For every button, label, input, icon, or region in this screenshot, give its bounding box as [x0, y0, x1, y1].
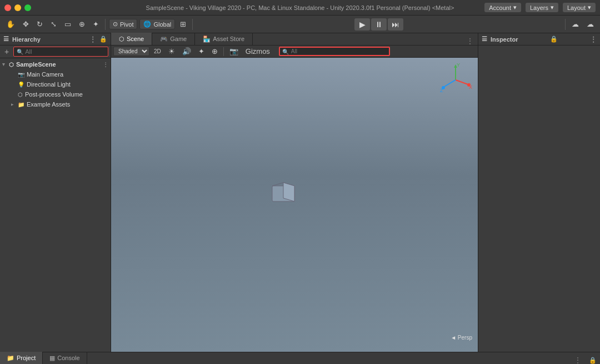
- scale-tool-button[interactable]: ⤡: [48, 18, 59, 30]
- close-button[interactable]: [4, 4, 11, 11]
- minimize-button[interactable]: [14, 4, 21, 11]
- custom-tool-button[interactable]: ✦: [90, 18, 102, 30]
- maximize-button[interactable]: [24, 4, 31, 11]
- play-button[interactable]: ▶: [354, 18, 370, 31]
- scene-item-dots[interactable]: ⋮: [103, 62, 108, 68]
- pivot-icon: ⊙: [113, 21, 118, 28]
- chevron-down-icon: ▾: [588, 4, 591, 11]
- hierarchy-item-directional-light[interactable]: ▸ 💡 Directional Light: [0, 79, 111, 89]
- hierarchy-item-main-camera[interactable]: ▸ 📷 Main Camera: [0, 69, 111, 79]
- scene-viewport[interactable]: Y X Z ◄ Persp: [111, 58, 478, 352]
- svg-text:Z: Z: [440, 88, 443, 93]
- traffic-lights[interactable]: [4, 4, 31, 11]
- bottom-tabs: 📁 Project ▦ Console ⋮ 🔒: [0, 352, 600, 364]
- hierarchy-item-post-process[interactable]: ▸ ⬡ Post-process Volume: [0, 89, 111, 99]
- hierarchy-panel: ☰ Hierarchy ⋮ 🔒 + 🔍 ▾ ⬡ SampleScene ⋮ ▸: [0, 33, 111, 352]
- transform-tool-button[interactable]: ⊕: [76, 18, 88, 30]
- console-tab-icon: ▦: [49, 355, 55, 362]
- tree-item-label: Post-process Volume: [25, 91, 83, 98]
- center-area: ⬡ Scene 🎮 Game 🏪 Asset Store ⋮ Shaded 2D…: [111, 33, 478, 352]
- light-toggle[interactable]: ☀: [166, 46, 178, 57]
- layers-button[interactable]: Layers ▾: [526, 3, 558, 12]
- svg-marker-4: [283, 183, 294, 201]
- services-button[interactable]: ☁: [584, 18, 597, 30]
- svg-line-11: [444, 80, 456, 87]
- tab-console[interactable]: ▦ Console: [43, 352, 87, 364]
- main-toolbar: ✋ ✥ ↻ ⤡ ▭ ⊕ ✦ ⊙ Pivot 🌐 Global ⊞ ▶ ⏸ ⏭ ☁…: [0, 16, 600, 33]
- separator-1: [105, 19, 106, 30]
- camera-button[interactable]: 📷: [227, 46, 241, 57]
- inspector-menu-icon: ☰: [482, 36, 487, 43]
- gizmos-button[interactable]: Gizmos: [243, 46, 273, 57]
- tree-item-label: Main Camera: [27, 71, 63, 78]
- scene-options[interactable]: ⊕: [209, 46, 221, 57]
- tab-project[interactable]: 📁 Project: [0, 352, 43, 364]
- tab-game[interactable]: 🎮 Game: [152, 33, 195, 45]
- game-tab-icon: 🎮: [160, 36, 168, 43]
- separator-3: [565, 19, 566, 30]
- shading-dropdown[interactable]: Shaded: [113, 47, 149, 56]
- rotate-tool-button[interactable]: ↻: [34, 18, 46, 30]
- step-button[interactable]: ⏭: [388, 18, 403, 31]
- inspector-title: Inspector: [491, 36, 518, 43]
- layout-label: Layout: [567, 4, 586, 11]
- pivot-dropdown[interactable]: ⊙ Pivot: [109, 19, 137, 29]
- collab-button[interactable]: ☁: [569, 18, 582, 30]
- game-tab-label: Game: [170, 36, 187, 42]
- inspector-panel: ☰ Inspector 🔒 ⋮: [478, 33, 600, 352]
- store-tab-icon: 🏪: [203, 36, 211, 43]
- inspector-header: ☰ Inspector 🔒 ⋮: [478, 33, 600, 46]
- title-bar: SampleScene - Viking Village 2020 - PC, …: [0, 0, 600, 16]
- viewport-gizmo[interactable]: Y X Z: [439, 63, 472, 97]
- hand-tool-button[interactable]: ✋: [3, 18, 18, 30]
- hierarchy-search-icon: 🔍: [17, 49, 23, 55]
- bottom-tabs-dots[interactable]: ⋮: [570, 356, 586, 364]
- main-area: ☰ Hierarchy ⋮ 🔒 + 🔍 ▾ ⬡ SampleScene ⋮ ▸: [0, 33, 600, 352]
- hierarchy-item-samplescene[interactable]: ▾ ⬡ SampleScene ⋮: [0, 59, 111, 69]
- light-icon: 💡: [18, 82, 24, 88]
- lock-icon[interactable]: 🔒: [99, 36, 107, 43]
- scene-search-icon: 🔍: [282, 48, 289, 54]
- scene-object-svg: [267, 181, 300, 204]
- audio-toggle[interactable]: 🔊: [179, 46, 194, 57]
- move-tool-button[interactable]: ✥: [20, 18, 32, 30]
- inspector-lock-icon[interactable]: 🔒: [550, 36, 558, 43]
- chevron-down-icon: ▾: [513, 4, 517, 11]
- inspector-dots[interactable]: ⋮: [590, 36, 597, 43]
- hierarchy-dots[interactable]: ⋮: [89, 36, 96, 43]
- hierarchy-add-button[interactable]: +: [2, 47, 11, 56]
- camera-icon: 📷: [18, 72, 24, 78]
- 2d-button[interactable]: 2D: [151, 47, 164, 56]
- chevron-down-icon: ▾: [551, 4, 554, 11]
- rect-tool-button[interactable]: ▭: [62, 18, 74, 30]
- pause-button[interactable]: ⏸: [371, 18, 387, 31]
- tree-arrow: ▸: [11, 102, 17, 107]
- effects-toggle[interactable]: ✦: [196, 46, 207, 57]
- snap-button[interactable]: ⊞: [177, 18, 189, 30]
- tab-scene[interactable]: ⬡ Scene: [111, 33, 152, 45]
- store-tab-label: Asset Store: [213, 36, 244, 42]
- scene-tabs-dots[interactable]: ⋮: [462, 37, 478, 45]
- scene-search-container: 🔍: [279, 47, 390, 56]
- hierarchy-search-input[interactable]: [13, 47, 108, 57]
- global-dropdown[interactable]: 🌐 Global: [139, 19, 175, 29]
- global-icon: 🌐: [143, 21, 151, 28]
- gizmos-label: Gizmos: [246, 47, 270, 55]
- tree-arrow: ▾: [2, 62, 8, 67]
- svg-text:X: X: [469, 84, 472, 90]
- tree-item-label: Directional Light: [27, 81, 71, 88]
- hierarchy-title: Hierarchy: [12, 36, 41, 43]
- account-button[interactable]: Account ▾: [484, 3, 521, 12]
- console-tab-label: Console: [57, 355, 79, 361]
- pivot-label: Pivot: [120, 21, 133, 28]
- scene-search-input[interactable]: [279, 47, 390, 56]
- layout-button[interactable]: Layout ▾: [563, 3, 596, 12]
- viewport-background: Y X Z ◄ Persp: [111, 58, 478, 352]
- folder-icon: 📁: [18, 102, 24, 108]
- tab-asset-store[interactable]: 🏪 Asset Store: [195, 33, 253, 45]
- hierarchy-item-example-assets[interactable]: ▸ 📁 Example Assets: [0, 99, 111, 109]
- scene-toolbar: Shaded 2D ☀ 🔊 ✦ ⊕ 📷 Gizmos 🔍: [111, 46, 478, 58]
- scene-tabs: ⬡ Scene 🎮 Game 🏪 Asset Store ⋮: [111, 33, 478, 46]
- project-tab-label: Project: [17, 355, 36, 361]
- bottom-lock-icon[interactable]: 🔒: [586, 357, 600, 364]
